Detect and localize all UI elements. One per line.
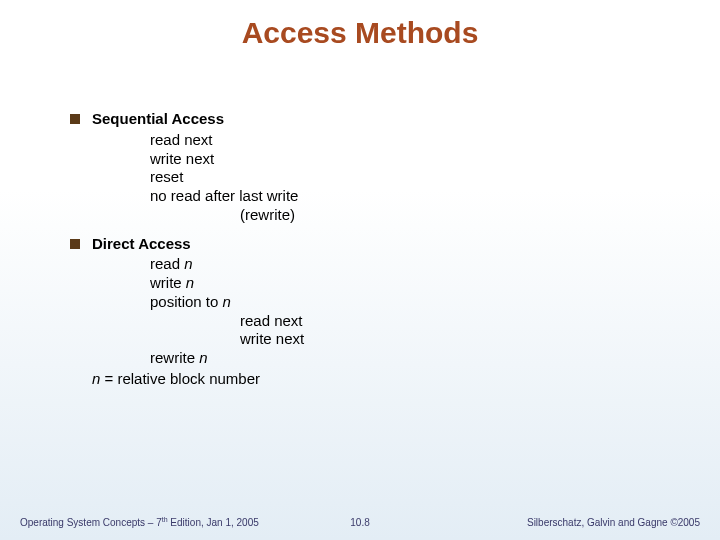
- list-item: rewrite n: [150, 349, 660, 368]
- op-text: write: [150, 274, 186, 291]
- list-item: reset: [150, 168, 660, 187]
- list-item: write n: [150, 274, 660, 293]
- slide: Access Methods Sequential Access read ne…: [0, 0, 720, 540]
- list-item: position to n: [150, 293, 660, 312]
- list-item: no read after last write: [150, 187, 660, 206]
- square-bullet-icon: [70, 239, 80, 249]
- footer-right: Silberschatz, Galvin and Gagne ©2005: [527, 517, 700, 528]
- op-text: rewrite: [150, 349, 199, 366]
- list-item: write next: [240, 330, 660, 349]
- section-note: n = relative block number: [92, 370, 660, 389]
- square-bullet-icon: [70, 114, 80, 124]
- section-sequential: Sequential Access read next write next r…: [70, 110, 660, 225]
- list-item: read next: [150, 131, 660, 150]
- section-heading: Sequential Access: [92, 110, 224, 129]
- list-item: (rewrite): [240, 206, 660, 225]
- list-item: read next: [240, 312, 660, 331]
- op-text: position to: [150, 293, 223, 310]
- list-item: read n: [150, 255, 660, 274]
- section-direct: Direct Access read n write n position to…: [70, 235, 660, 389]
- content-area: Sequential Access read next write next r…: [70, 110, 660, 399]
- slide-title: Access Methods: [0, 16, 720, 50]
- bullet-row: Direct Access: [70, 235, 660, 254]
- op-text: read: [150, 255, 184, 272]
- list-item: write next: [150, 150, 660, 169]
- bullet-row: Sequential Access: [70, 110, 660, 129]
- note-text: = relative block number: [100, 370, 260, 387]
- var-n: n: [223, 293, 231, 310]
- var-n: n: [184, 255, 192, 272]
- var-n: n: [199, 349, 207, 366]
- section-heading: Direct Access: [92, 235, 191, 254]
- var-n: n: [186, 274, 194, 291]
